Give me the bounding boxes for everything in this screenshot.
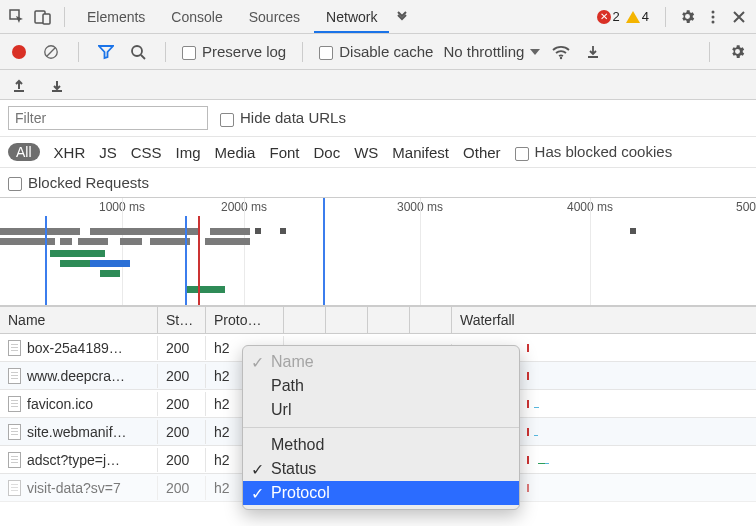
clear-icon[interactable] [40,41,62,63]
ctx-path[interactable]: Path [243,374,519,398]
warning-count: 4 [642,9,649,24]
har-toolbar [0,70,756,100]
inspect-element-icon[interactable] [6,6,28,28]
network-conditions-icon[interactable] [550,41,572,63]
filter-media[interactable]: Media [215,144,256,161]
col-protocol[interactable]: Proto… [206,307,284,333]
separator [302,42,303,62]
kebab-menu-icon[interactable] [702,6,724,28]
close-icon[interactable] [728,6,750,28]
blocked-cookies-checkbox[interactable]: Has blocked cookies [515,143,673,160]
filter-ws[interactable]: WS [354,144,378,161]
separator [64,7,65,27]
filter-font[interactable]: Font [269,144,299,161]
col-hidden-2[interactable] [326,307,368,333]
chevron-down-icon [530,49,540,55]
timeline-overview[interactable]: 1000 ms 2000 ms 3000 ms 4000 ms 500 [0,198,756,306]
document-icon [8,340,21,356]
filter-all[interactable]: All [8,143,40,161]
filter-js[interactable]: JS [99,144,117,161]
filter-funnel-icon[interactable] [95,41,117,63]
more-tabs-icon[interactable] [391,6,413,28]
tab-elements[interactable]: Elements [75,1,157,33]
hide-data-urls-checkbox[interactable]: Hide data URLs [220,109,346,126]
resource-type-filters: All XHR JS CSS Img Media Font Doc WS Man… [0,137,756,168]
col-hidden-3[interactable] [368,307,410,333]
download-har-icon[interactable] [46,74,68,96]
error-count: 2 [613,9,620,24]
network-toolbar: Preserve log Disable cache No throttling [0,34,756,70]
panel-settings-gear-icon[interactable] [726,41,748,63]
filter-bar: Hide data URLs [0,100,756,137]
filter-xhr[interactable]: XHR [54,144,86,161]
separator [665,7,666,27]
settings-gear-icon[interactable] [676,6,698,28]
svg-point-6 [132,46,142,56]
ctx-protocol[interactable]: ✓Protocol [243,481,519,505]
col-waterfall[interactable]: Waterfall [452,307,756,333]
col-hidden-4[interactable] [410,307,452,333]
ctx-divider [243,427,519,428]
blocked-requests-checkbox[interactable]: Blocked Requests [8,174,149,191]
upload-har-icon[interactable] [8,74,30,96]
ctx-name[interactable]: ✓Name [243,350,519,374]
ctx-url[interactable]: Url [243,398,519,422]
document-icon [8,452,21,468]
filter-manifest[interactable]: Manifest [392,144,449,161]
panel-tabs: Elements Console Sources Network [75,1,587,33]
warning-icon [626,11,640,23]
col-name[interactable]: Name [0,307,158,333]
col-hidden-1[interactable] [284,307,326,333]
filter-doc[interactable]: Doc [313,144,340,161]
document-icon [8,396,21,412]
network-table-header: Name St… Proto… Waterfall [0,306,756,334]
svg-point-3 [712,15,715,18]
record-button[interactable] [8,41,30,63]
col-status[interactable]: St… [158,307,206,333]
document-icon [8,424,21,440]
filter-other[interactable]: Other [463,144,501,161]
svg-point-7 [560,56,562,58]
ctx-method[interactable]: Method [243,433,519,457]
device-toolbar-icon[interactable] [32,6,54,28]
disable-cache-checkbox[interactable]: Disable cache [319,43,433,60]
blocked-requests-row: Blocked Requests [0,168,756,198]
search-icon[interactable] [127,41,149,63]
filter-input[interactable] [8,106,208,130]
ctx-status[interactable]: ✓Status [243,457,519,481]
throttling-select[interactable]: No throttling [443,43,540,60]
svg-point-4 [712,20,715,23]
document-icon [8,480,21,496]
tab-sources[interactable]: Sources [237,1,312,33]
svg-point-2 [712,10,715,13]
filter-img[interactable]: Img [176,144,201,161]
separator [165,42,166,62]
document-icon [8,368,21,384]
tab-console[interactable]: Console [159,1,234,33]
errors-warnings-badge[interactable]: ✕2 4 [591,7,655,26]
svg-rect-1 [43,14,50,24]
devtools-top-toolbar: Elements Console Sources Network ✕2 4 [0,0,756,34]
import-export-icon[interactable] [582,41,604,63]
separator [78,42,79,62]
preserve-log-checkbox[interactable]: Preserve log [182,43,286,60]
filter-css[interactable]: CSS [131,144,162,161]
column-context-menu: ✓Name Path Url Method ✓Status ✓Protocol [242,345,520,510]
separator [709,42,710,62]
tab-network[interactable]: Network [314,1,389,33]
